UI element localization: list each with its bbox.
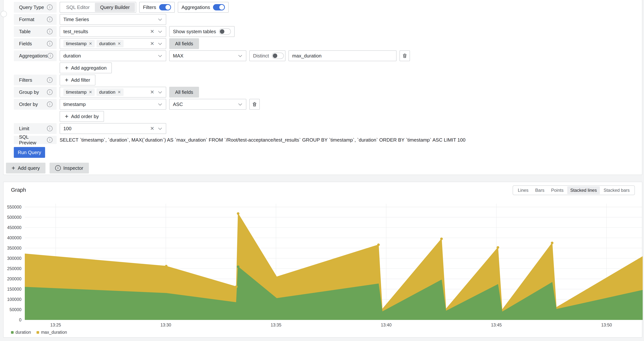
- chevron-down-icon: [158, 126, 162, 130]
- filters-toggle-label: Filters: [143, 5, 156, 10]
- aggregation-alias-input[interactable]: max_duration: [288, 50, 396, 61]
- legend-item-max_duration[interactable]: max_duration: [36, 330, 67, 335]
- group-by-label: Group by: [19, 89, 39, 95]
- tab-stacked-bars[interactable]: Stacked bars: [600, 186, 633, 194]
- graph-panel: Graph Lines Bars Points Stacked lines St…: [3, 182, 642, 338]
- aggregation-alias-value: max_duration: [292, 53, 322, 59]
- clear-icon[interactable]: ✕: [150, 41, 154, 47]
- info-icon[interactable]: i: [47, 29, 52, 34]
- remove-order-by-button[interactable]: [249, 99, 260, 110]
- tab-lines[interactable]: Lines: [515, 186, 532, 194]
- chevron-down-icon: [238, 53, 242, 57]
- format-select[interactable]: Time Series: [60, 14, 166, 25]
- info-icon[interactable]: i: [48, 53, 53, 59]
- chevron-down-icon: [158, 102, 162, 106]
- aggregations-toggle[interactable]: [213, 4, 225, 11]
- panel-title: Graph: [11, 187, 26, 193]
- y-axis-label: 0: [4, 317, 22, 322]
- tab-stacked-lines[interactable]: Stacked lines: [567, 186, 600, 194]
- x-axis-label: 13:45: [483, 322, 510, 327]
- group-by-row: Group by i timestamp ✕ duration ✕ ✕ All …: [14, 87, 642, 98]
- info-icon[interactable]: i: [47, 77, 52, 83]
- order-by-label: Order by: [19, 102, 38, 107]
- add-order-by-button[interactable]: + Add order by: [60, 111, 104, 122]
- add-query-label: Add query: [18, 165, 40, 171]
- spacer: [14, 63, 57, 73]
- tab-sql-editor[interactable]: SQL Editor: [61, 3, 95, 12]
- add-aggregation-button[interactable]: + Add aggregation: [60, 63, 112, 73]
- group-by-multiselect[interactable]: timestamp ✕ duration ✕ ✕: [60, 87, 166, 98]
- fields-all-fields-button[interactable]: All fields: [169, 38, 199, 49]
- info-icon[interactable]: i: [47, 137, 52, 143]
- run-query-button[interactable]: Run Query: [14, 147, 45, 158]
- toggle-knob: [220, 29, 224, 34]
- format-value: Time Series: [63, 17, 89, 22]
- order-by-row: Order by i timestamp ASC: [14, 99, 642, 110]
- order-by-column-select[interactable]: timestamp: [60, 99, 166, 110]
- info-icon[interactable]: i: [47, 41, 52, 47]
- aggregation-function-select[interactable]: MAX: [169, 50, 246, 61]
- add-query-button[interactable]: + Add query: [6, 163, 46, 173]
- show-system-tables-toggle[interactable]: [219, 28, 231, 35]
- info-icon[interactable]: i: [47, 5, 52, 10]
- table-select[interactable]: test_results ✕: [60, 26, 166, 37]
- order-by-column-value: timestamp: [63, 102, 86, 107]
- legend-swatch: [36, 331, 39, 334]
- chip-label: duration: [99, 41, 115, 46]
- clear-icon[interactable]: ✕: [150, 126, 154, 132]
- fields-label: Fields: [19, 41, 32, 47]
- limit-label: Limit: [19, 126, 29, 132]
- show-system-tables-box: Show system tables: [169, 26, 234, 37]
- query-footer: + Add query i Inspector: [6, 163, 89, 173]
- remove-chip-icon[interactable]: ✕: [118, 90, 121, 94]
- add-order-by-row: + Add order by: [14, 111, 642, 122]
- remove-aggregation-button[interactable]: [400, 50, 410, 61]
- fields-row: Fields i timestamp ✕ duration ✕ ✕ All fi…: [14, 38, 642, 49]
- filters-row: Filters i + Add filter: [14, 75, 642, 85]
- inspector-button[interactable]: i Inspector: [50, 163, 89, 173]
- aggregations-label: Aggregations: [19, 53, 48, 59]
- info-icon[interactable]: i: [47, 126, 52, 131]
- legend-item-duration[interactable]: duration: [11, 330, 31, 335]
- add-aggregation-row: + Add aggregation: [14, 63, 642, 73]
- format-label-cell: Format i: [14, 14, 57, 25]
- aggregation-column-select[interactable]: duration: [60, 50, 166, 61]
- info-icon[interactable]: i: [47, 102, 52, 107]
- clear-icon[interactable]: ✕: [150, 29, 154, 35]
- y-axis-label: 350000: [4, 246, 22, 251]
- info-icon[interactable]: i: [47, 89, 52, 95]
- graph-mode-switcher: Lines Bars Points Stacked lines Stacked …: [513, 185, 635, 195]
- table-value: test_results: [63, 29, 88, 35]
- toggle-knob: [166, 5, 170, 10]
- all-fields-label: All fields: [175, 89, 193, 95]
- legend-label: max_duration: [41, 330, 67, 335]
- editor-type-switcher: SQL Editor Query Builder: [60, 2, 136, 13]
- distinct-label: Distinct: [253, 53, 269, 59]
- fields-multiselect[interactable]: timestamp ✕ duration ✕ ✕: [60, 38, 166, 49]
- format-label: Format: [19, 17, 34, 22]
- add-filter-button[interactable]: + Add filter: [60, 75, 96, 85]
- info-icon[interactable]: i: [47, 17, 52, 22]
- info-icon: i: [55, 165, 61, 171]
- remove-chip-icon[interactable]: ✕: [118, 42, 121, 46]
- group-by-all-fields-button[interactable]: All fields: [169, 87, 199, 98]
- table-label: Table: [19, 29, 30, 35]
- aggregations-label-cell: Aggregations i: [14, 50, 57, 61]
- limit-row: Limit i 100 ✕: [14, 123, 642, 134]
- filters-toggle[interactable]: [159, 4, 171, 11]
- tab-bars[interactable]: Bars: [532, 186, 547, 194]
- clear-icon[interactable]: ✕: [150, 89, 154, 95]
- remove-chip-icon[interactable]: ✕: [89, 90, 92, 94]
- tab-points[interactable]: Points: [548, 186, 566, 194]
- chevron-down-icon: [158, 41, 162, 45]
- tab-query-builder[interactable]: Query Builder: [95, 3, 135, 12]
- y-axis-label: 150000: [4, 287, 22, 292]
- remove-chip-icon[interactable]: ✕: [89, 42, 92, 46]
- query-type-row: Query Type i SQL Editor Query Builder Fi…: [14, 2, 642, 13]
- toggle-knob: [273, 54, 277, 58]
- panel-edge-handle[interactable]: [0, 11, 7, 17]
- limit-select[interactable]: 100 ✕: [60, 123, 166, 134]
- stacked-area-chart[interactable]: [25, 204, 643, 320]
- distinct-toggle[interactable]: [272, 53, 284, 59]
- order-by-direction-select[interactable]: ASC: [169, 99, 246, 110]
